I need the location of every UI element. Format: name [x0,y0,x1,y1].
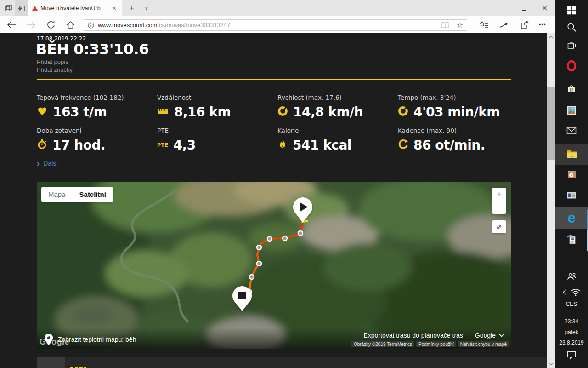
tab-close-icon[interactable]: × [111,5,118,12]
news-app-button[interactable] [555,185,588,205]
forward-icon [27,21,36,29]
more-details-link[interactable]: › Další [37,160,58,167]
stat-value: 86 ot/min. [413,138,485,153]
pace-gauge-icon [398,106,408,118]
edge-icon: e [567,211,575,225]
stat-label: Vzdálenost [157,94,273,101]
task-view-icon [566,40,577,51]
language-indicator[interactable]: CES [555,299,588,309]
navigation-bar: www.movescount.com/cs/moves/move30331324… [0,16,555,33]
stat-value: 541 kcal [293,138,351,153]
pte-badge-icon: PTE [157,142,169,148]
opera-button[interactable] [555,55,588,76]
minimize-icon [501,8,506,8]
hidden-icons-chevron[interactable] [562,289,567,295]
share-button[interactable] [518,19,530,31]
route-map[interactable]: Mapa Satelitní + − Google Zobrazit teplo… [37,182,511,349]
stat-label: Doba zotavení [37,127,153,134]
stat-value: 17 hod. [52,138,105,153]
photos-icon [566,105,577,116]
refresh-icon [47,21,55,29]
map-view-button[interactable]: Mapa [41,187,73,202]
home-button[interactable] [64,19,76,31]
clock[interactable]: 23:34 pátek 23.8.2019 [555,316,588,349]
journal-app-button[interactable] [555,229,588,251]
zoom-in-button[interactable]: + [492,188,506,201]
home-icon [66,21,75,29]
store-icon [566,83,577,94]
minimize-button[interactable] [493,0,514,16]
export-provider-label: Google [475,332,496,339]
edge-button[interactable]: e [555,207,588,229]
scroll-down-button[interactable] [547,360,555,368]
next-section-peek [37,356,547,368]
url-host: www.movescount.com [98,22,157,29]
terms-link[interactable]: Podmínky použití [416,341,456,347]
photos-button[interactable] [555,100,588,121]
stat-calories: Kalorie 541 kcal [277,127,393,153]
stat-recovery: Doba zotavení 17 hod. [37,127,153,153]
stat-pace: Tempo (max. 3'24) 4'03 min/km [398,94,514,120]
yellow-divider [37,79,511,80]
scroll-up-button[interactable] [547,33,555,41]
zoom-out-button[interactable]: − [492,201,506,214]
add-tags-link[interactable]: Přidat značky [37,66,73,73]
news-app-icon [566,190,577,200]
close-button[interactable] [534,0,555,16]
tabs-set-aside-button[interactable] [15,0,28,16]
task-view-button[interactable] [555,36,588,55]
stat-distance: Vzdálenost 8,16 km [157,94,273,120]
map-attribution: Obrázky ©2019 TerraMetrics Podmínky použ… [351,341,509,347]
settings-more-button[interactable]: ••• [537,19,548,31]
hub-button[interactable] [478,19,490,31]
tab-list-dropdown[interactable]: ∨ [140,0,153,16]
scrollbar-thumb[interactable] [547,87,555,160]
stat-value: 14,8 km/h [293,104,363,120]
language-label: CES [555,301,588,307]
address-bar[interactable]: www.movescount.com/cs/moves/move30331324… [84,19,467,31]
next-section-tab[interactable] [37,356,65,368]
back-button[interactable] [6,19,17,31]
heatmap-toggle[interactable]: Zobrazit teplotní mapu: běh [44,333,136,346]
maximize-button[interactable] [514,0,534,16]
file-explorer-button[interactable] [555,144,588,165]
new-tab-button[interactable]: + [125,0,139,16]
store-button[interactable] [555,78,588,99]
report-error-link[interactable]: Nahlásit chybu v mapě [458,341,509,347]
export-provider-dropdown[interactable]: Google [475,332,504,339]
wifi-icon[interactable] [571,288,581,296]
movescount-favicon [32,6,38,11]
search-icon [566,22,577,32]
imagery-credit: Obrázky ©2019 TerraMetrics [351,341,414,347]
maximize-icon [522,6,526,11]
movies-tv-button[interactable] [555,165,588,185]
site-info-icon[interactable] [88,22,94,29]
refresh-button[interactable] [45,19,57,31]
mail-button[interactable] [555,121,588,141]
action-center-button[interactable] [555,346,588,364]
add-description-link[interactable]: Přidat popis [37,58,68,65]
satellite-imagery [37,182,511,349]
satellite-view-button[interactable]: Satelitní [73,187,113,202]
search-button[interactable] [555,17,588,37]
add-favorite-star-icon[interactable]: ☆ [457,21,463,29]
stat-label: Kalorie [277,127,393,134]
more-link-label: Další [43,160,58,167]
reading-view-icon[interactable] [441,22,449,29]
journal-icon [566,234,577,246]
stat-value: 4'03 min/km [413,104,500,120]
export-route-link[interactable]: Exportovat trasu do plánovače tras [364,332,463,339]
stat-pte: PTE PTE 4,3 [157,127,273,153]
fullscreen-button[interactable] [492,220,506,233]
web-note-button[interactable] [498,19,510,31]
chevron-down-icon [499,334,504,337]
set-tabs-aside-button[interactable] [2,0,15,16]
browser-tab[interactable]: Move uživatele IvanUrb × [28,0,122,16]
windows-taskbar: e CES 23:34 pátek 23.8.2019 [555,0,588,368]
forward-button[interactable] [25,19,37,31]
close-icon [542,6,547,11]
stat-label: Tempo (max. 3'24) [398,94,514,101]
opera-icon [566,60,577,72]
people-button[interactable] [555,267,588,286]
page-scrollbar[interactable] [547,33,555,368]
